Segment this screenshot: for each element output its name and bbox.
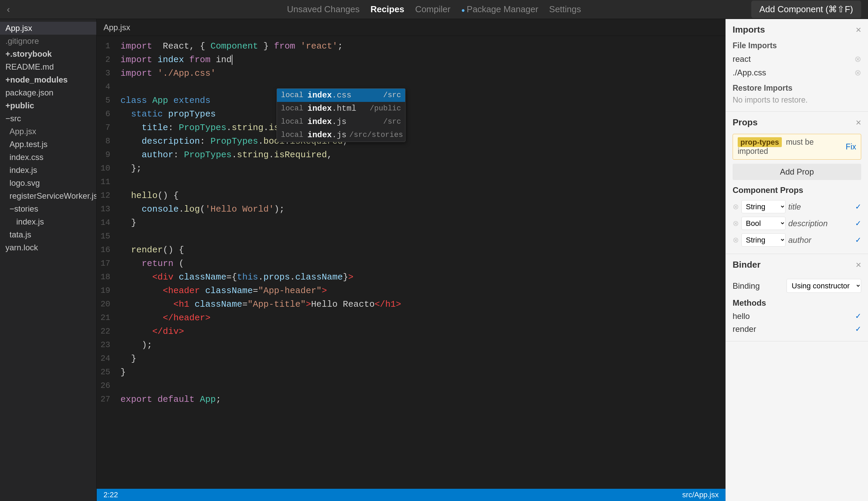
- code-line-6: 6 static propTypes: [97, 107, 725, 121]
- unsaved-changes-label: Unsaved Changes: [287, 4, 360, 14]
- ac-path-2: /src: [383, 118, 401, 126]
- main-layout: App.jsx .gitignore +.storybook README.md…: [0, 19, 868, 501]
- sidebar-item-yarn-lock[interactable]: yarn.lock: [0, 241, 96, 254]
- code-line-5: 5 class App extends: [97, 94, 725, 107]
- import-name-app-css: ./App.css: [733, 68, 766, 77]
- code-line-14: 14 }: [97, 216, 725, 230]
- fix-button[interactable]: Fix: [846, 142, 856, 151]
- method-check-hello: ✓: [855, 312, 861, 321]
- code-line-25: 25 }: [97, 365, 725, 379]
- file-sidebar: App.jsx .gitignore +.storybook README.md…: [0, 19, 97, 501]
- sidebar-item-package-json[interactable]: package.json: [0, 86, 96, 99]
- prop-type-description[interactable]: Bool String Number: [741, 217, 785, 230]
- sidebar-item-logo-svg[interactable]: logo.svg: [0, 177, 96, 190]
- header: ‹ Unsaved Changes Recipes Compiler Packa…: [0, 0, 868, 19]
- component-props-title: Component Props: [733, 185, 861, 195]
- prop-name-author: author: [788, 235, 853, 245]
- nav-package-manager[interactable]: Package Manager: [461, 4, 538, 14]
- sidebar-item-app-jsx[interactable]: App.jsx: [0, 125, 96, 138]
- code-line-1: 1 import React, { Component } from 'reac…: [97, 40, 725, 53]
- prop-remove-description[interactable]: ⊗: [733, 219, 739, 228]
- code-line-26: 26: [97, 379, 725, 393]
- prop-check-description: ✓: [855, 219, 861, 228]
- props-close-button[interactable]: ×: [856, 118, 861, 127]
- sidebar-item-storybook[interactable]: +.storybook: [0, 47, 96, 61]
- props-title: Props: [733, 117, 758, 128]
- right-panel: Imports × File Imports react ⊗ ./App.css…: [725, 19, 868, 501]
- binding-label: Binding: [733, 281, 760, 291]
- import-remove-react[interactable]: ⊗: [855, 54, 861, 64]
- prop-check-title: ✓: [855, 202, 861, 211]
- prop-name-title: title: [788, 202, 853, 212]
- autocomplete-item-0[interactable]: local index.css /src: [277, 89, 405, 102]
- sidebar-item-stories[interactable]: −stories: [0, 202, 96, 215]
- binder-title: Binder: [733, 259, 760, 270]
- prop-row-description: ⊗ Bool String Number description ✓: [733, 215, 861, 232]
- binder-content: Binding Using constructor Arrow function…: [726, 274, 868, 341]
- imports-header: Imports ×: [726, 19, 868, 39]
- header-nav: Unsaved Changes Recipes Compiler Package…: [287, 4, 581, 14]
- ac-type-0: local: [281, 91, 305, 99]
- sidebar-item-public[interactable]: +public: [0, 99, 96, 112]
- method-check-render: ✓: [855, 325, 861, 333]
- sidebar-item-readme[interactable]: README.md: [0, 61, 96, 73]
- ac-type-1: local: [281, 104, 305, 113]
- nav-recipes[interactable]: Recipes: [371, 4, 405, 14]
- code-line-20: 20 <h1 className="App-title">Hello React…: [97, 298, 725, 311]
- add-component-button[interactable]: Add Component (⌘⇧F): [751, 1, 861, 18]
- sidebar-item-register-service-worker[interactable]: registerServiceWorker.js: [0, 190, 96, 202]
- add-prop-button[interactable]: Add Prop: [733, 164, 861, 180]
- autocomplete-item-2[interactable]: local index.js /src: [277, 115, 405, 128]
- import-row-app-css: ./App.css ⊗: [733, 66, 861, 79]
- sidebar-item-gitignore[interactable]: .gitignore: [0, 35, 96, 47]
- sidebar-item-src[interactable]: −src: [0, 112, 96, 125]
- prop-type-author[interactable]: String Bool Number: [741, 233, 785, 247]
- header-right: Add Component (⌘⇧F): [751, 1, 861, 18]
- sidebar-item-stories-index[interactable]: index.js: [0, 215, 96, 228]
- sidebar-item-app-jsx-tab[interactable]: App.jsx: [0, 22, 96, 35]
- ac-name-1: index.html: [307, 104, 356, 113]
- ac-type-3: local: [281, 131, 305, 139]
- code-editor[interactable]: 1 import React, { Component } from 'reac…: [97, 36, 725, 489]
- imports-content: File Imports react ⊗ ./App.css ⊗ Restore…: [726, 39, 868, 111]
- import-row-react: react ⊗: [733, 52, 861, 66]
- prop-type-title[interactable]: String Bool Number: [741, 200, 785, 213]
- autocomplete-item-3[interactable]: local index.js /src/stories: [277, 128, 405, 142]
- import-name-react: react: [733, 54, 750, 64]
- file-path: src/App.jsx: [682, 490, 719, 499]
- code-line-10: 10 };: [97, 162, 725, 175]
- imports-close-button[interactable]: ×: [856, 25, 861, 35]
- code-line-13: 13 console.log('Hello World');: [97, 202, 725, 216]
- restore-imports-label: Restore Imports: [733, 84, 861, 93]
- header-left: ‹: [7, 4, 15, 15]
- sidebar-item-index-js[interactable]: index.js: [0, 164, 96, 177]
- binder-close-button[interactable]: ×: [856, 260, 861, 270]
- prop-remove-author[interactable]: ⊗: [733, 236, 739, 245]
- prop-row-author: ⊗ String Bool Number author ✓: [733, 232, 861, 248]
- nav-settings[interactable]: Settings: [549, 4, 581, 14]
- prop-remove-title[interactable]: ⊗: [733, 202, 739, 211]
- import-remove-app-css[interactable]: ⊗: [855, 68, 861, 77]
- code-line-9: 9 author: PropTypes.string.isRequired,: [97, 148, 725, 162]
- binder-header: Binder ×: [726, 254, 868, 274]
- back-button[interactable]: ‹: [7, 4, 10, 15]
- ac-path-1: /public: [370, 104, 401, 113]
- autocomplete-item-1[interactable]: local index.html /public: [277, 102, 405, 115]
- nav-compiler[interactable]: Compiler: [415, 4, 450, 14]
- props-content: prop-types must be imported Fix Add Prop…: [726, 131, 868, 254]
- autocomplete-dropdown: local index.css /src local index.html /p…: [276, 88, 406, 142]
- code-line-7: 7 title: PropTypes.string.isRequired,: [97, 121, 725, 135]
- binder-section: Binder × Binding Using constructor Arrow…: [726, 254, 868, 341]
- prop-name-description: description: [788, 219, 853, 228]
- code-line-3: 3 import './App.css': [97, 66, 725, 80]
- code-line-8: 8 description: PropTypes.bool.isRequired…: [97, 135, 725, 148]
- sidebar-item-index-css[interactable]: index.css: [0, 151, 96, 164]
- sidebar-item-app-test[interactable]: App.test.js: [0, 138, 96, 151]
- sidebar-item-node-modules[interactable]: +node_modules: [0, 73, 96, 86]
- imports-title: Imports: [733, 24, 765, 35]
- prop-types-warning: prop-types must be imported Fix: [733, 134, 861, 160]
- methods-title: Methods: [733, 298, 861, 308]
- binding-select[interactable]: Using constructor Arrow functions None: [787, 279, 861, 293]
- code-line-17: 17 return (: [97, 257, 725, 270]
- sidebar-item-tata[interactable]: tata.js: [0, 228, 96, 241]
